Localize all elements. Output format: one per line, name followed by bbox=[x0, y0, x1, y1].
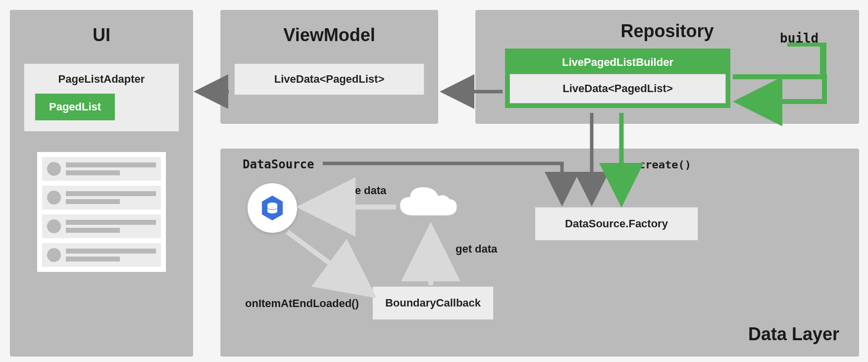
datalayer-panel: Data Layer bbox=[220, 149, 859, 357]
pagelistadapter-card: PageListAdapter PagedList bbox=[24, 63, 179, 132]
save-data-label: save data bbox=[337, 184, 386, 197]
viewmodel-panel: ViewModel LiveData<PagedList> bbox=[220, 10, 438, 124]
mock-list-icon bbox=[37, 152, 166, 272]
livepagedlistbuilder-label: LivePagedListBuilder bbox=[510, 53, 726, 74]
cloud-icon bbox=[396, 183, 460, 223]
build-label: build bbox=[780, 31, 818, 46]
svg-point-3 bbox=[267, 209, 277, 213]
list-item bbox=[42, 243, 161, 267]
repository-panel: Repository LivePagedListBuilder LiveData… bbox=[475, 10, 859, 124]
datasource-factory-label: DataSource.Factory bbox=[565, 217, 668, 230]
pagelistadapter-label: PageListAdapter bbox=[35, 73, 168, 86]
list-item bbox=[42, 157, 161, 181]
livepagedlistbuilder-box: LivePagedListBuilder LiveData<PagedList> bbox=[505, 49, 730, 108]
onitematendloaded-label: onItemAtEndLoaded() bbox=[245, 297, 359, 310]
datalayer-title: Data Layer bbox=[748, 324, 839, 345]
datasource-factory-card: DataSource.Factory bbox=[535, 207, 698, 241]
boundarycallback-label: BoundaryCallback bbox=[385, 297, 481, 309]
livedata-vm-card: LiveData<PagedList> bbox=[234, 63, 424, 95]
ui-panel: UI PageListAdapter PagedList bbox=[10, 10, 193, 357]
get-data-label: get data bbox=[456, 243, 497, 256]
viewmodel-title: ViewModel bbox=[220, 25, 438, 46]
list-item bbox=[42, 214, 161, 238]
livedata-repo-card: LiveData<PagedList> bbox=[510, 74, 726, 103]
datasource-label: DataSource bbox=[243, 157, 314, 171]
livedata-vm-label: LiveData<PagedList> bbox=[274, 73, 385, 85]
livedata-repo-label: LiveData<PagedList> bbox=[562, 82, 673, 95]
database-icon bbox=[248, 183, 297, 233]
boundarycallback-card: BoundaryCallback bbox=[372, 286, 494, 320]
ui-title: UI bbox=[10, 25, 193, 46]
pagedlist-pill: PagedList bbox=[35, 94, 115, 120]
create-label: create() bbox=[639, 158, 691, 171]
svg-point-5 bbox=[267, 206, 277, 209]
list-item bbox=[42, 186, 161, 209]
